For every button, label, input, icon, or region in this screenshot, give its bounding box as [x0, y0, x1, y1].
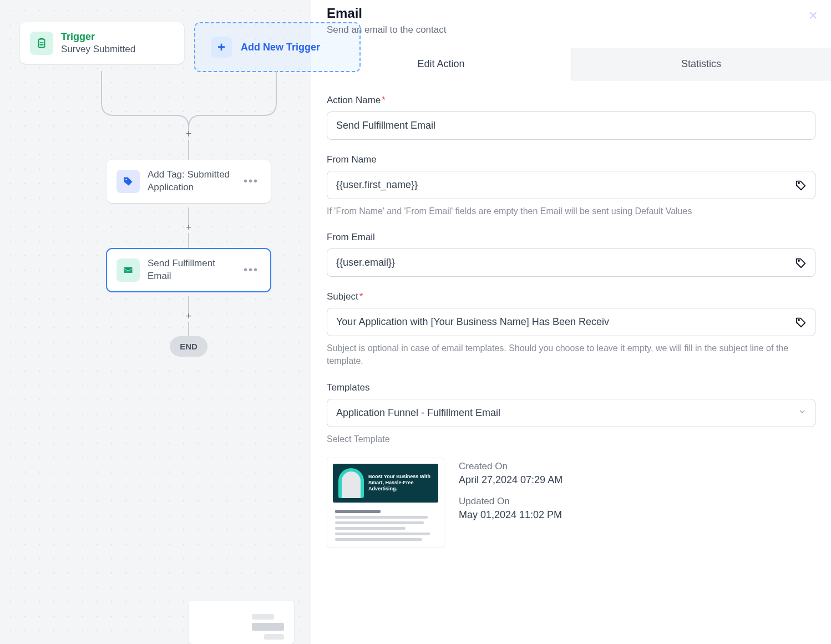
- tag-icon: [795, 257, 807, 269]
- plus-icon: +: [211, 37, 232, 58]
- panel-subtitle: Send an email to the contact: [327, 24, 815, 36]
- email-node-label: Send Fulfillment Email: [148, 257, 234, 283]
- email-node[interactable]: Send Fulfillment Email •••: [107, 249, 271, 292]
- workflow-canvas[interactable]: Trigger Survey Submitted + Add New Trigg…: [0, 0, 311, 644]
- node-menu-button[interactable]: •••: [241, 263, 261, 276]
- close-icon: ×: [809, 7, 818, 24]
- created-on-value: April 27,2024 07:29 AM: [459, 474, 563, 486]
- from-email-input[interactable]: [327, 249, 815, 277]
- action-panel: Email Send an email to the contact × Edi…: [311, 0, 831, 644]
- subject-label: Subject*: [327, 291, 815, 302]
- trigger-node[interactable]: Trigger Survey Submitted: [20, 22, 184, 64]
- templates-help: Select Template: [327, 433, 815, 445]
- action-name-input[interactable]: [327, 111, 815, 140]
- from-email-label: From Email: [327, 232, 815, 243]
- from-name-help: If 'From Name' and 'From Email' fields a…: [327, 205, 815, 217]
- clipboard-icon: [30, 32, 53, 55]
- panel-tabs: Edit Action Statistics: [311, 48, 831, 80]
- svg-point-2: [125, 179, 127, 180]
- add-step-button-1[interactable]: +: [182, 127, 195, 140]
- add-step-button-3[interactable]: +: [182, 310, 195, 323]
- updated-on-value: May 01,2024 11:02 PM: [459, 509, 563, 521]
- tag-icon: [795, 179, 807, 191]
- tag-picker-button[interactable]: [792, 254, 810, 272]
- node-menu-button[interactable]: •••: [241, 175, 261, 187]
- trigger-title: Trigger: [61, 31, 135, 43]
- tab-statistics[interactable]: Statistics: [571, 48, 831, 80]
- end-node: END: [170, 336, 207, 357]
- svg-point-8: [798, 260, 799, 261]
- edge-v1: [188, 140, 189, 160]
- minimap-preview[interactable]: [189, 601, 294, 644]
- trigger-subtitle: Survey Submitted: [61, 44, 135, 55]
- edge-v3: [188, 233, 189, 249]
- svg-point-9: [798, 319, 799, 320]
- tag-node[interactable]: Add Tag: Submitted Application •••: [107, 160, 271, 203]
- subject-input[interactable]: [327, 308, 815, 336]
- panel-title: Email: [327, 6, 815, 21]
- mail-icon: [116, 258, 140, 282]
- tag-icon: [795, 316, 807, 328]
- add-trigger-label: Add New Trigger: [241, 42, 320, 53]
- template-preview[interactable]: Boost Your Business With Smart, Hassle-F…: [327, 458, 444, 547]
- tag-picker-button[interactable]: [792, 176, 810, 194]
- tag-icon: [116, 170, 140, 193]
- action-name-label: Action Name*: [327, 95, 815, 106]
- template-hero-image: [338, 468, 364, 498]
- from-name-input[interactable]: [327, 171, 815, 199]
- template-select[interactable]: Application Funnel - Fulfillment Email: [327, 399, 815, 427]
- updated-on-label: Updated On: [459, 496, 563, 507]
- from-name-label: From Name: [327, 154, 815, 165]
- tag-node-label: Add Tag: Submitted Application: [148, 169, 234, 194]
- add-step-button-2[interactable]: +: [182, 221, 195, 234]
- svg-point-7: [798, 182, 799, 183]
- tag-picker-button[interactable]: [792, 313, 810, 331]
- close-button[interactable]: ×: [809, 8, 818, 23]
- subject-help: Subject is optional in case of email tem…: [327, 342, 815, 367]
- templates-label: Templates: [327, 382, 815, 393]
- template-hero-text: Boost Your Business With Smart, Hassle-F…: [368, 474, 433, 493]
- edge-v5: [188, 322, 189, 336]
- created-on-label: Created On: [459, 461, 563, 472]
